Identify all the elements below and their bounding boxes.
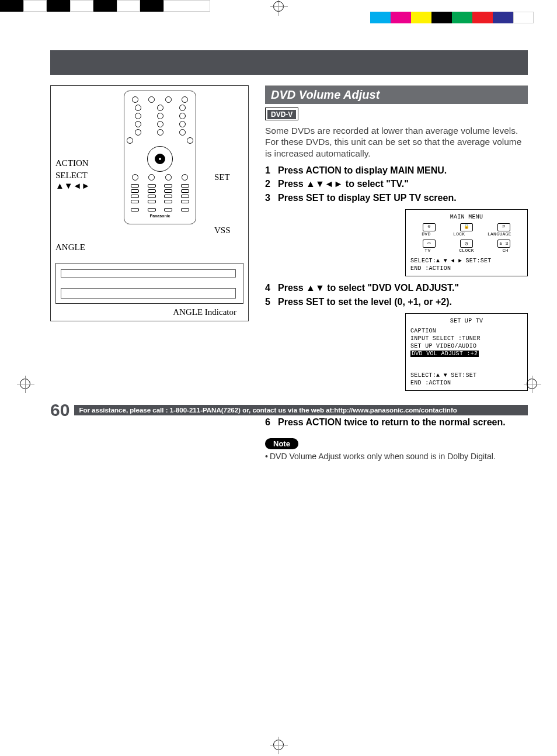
note-text: • DVD Volume Adjust works only when soun… [265, 452, 528, 461]
nav-ring-icon [147, 146, 173, 172]
note-badge: Note [265, 438, 298, 449]
manual-page: ACTION SELECT ▲▼◄► ANGLE [0, 14, 557, 473]
osd-set-up-tv: SET UP TV CAPTION INPUT SELECT :TUNER SE… [405, 313, 528, 391]
clock-icon: ◷ [460, 240, 473, 248]
color-bar-left [0, 0, 222, 12]
step-2: 2Press ▲▼◄► to select "TV." [265, 178, 528, 189]
registration-row [0, 0, 557, 14]
label-angle: ANGLE [55, 242, 106, 252]
dvd-v-badge: DVD-V [267, 110, 296, 119]
label-set: SET [214, 172, 243, 182]
step-5: 5Press SET to set the level (0, +1, or +… [265, 296, 528, 307]
unit-outline [55, 263, 243, 304]
footer-assistance: For assistance, please call : 1-800-211-… [74, 405, 528, 415]
label-vss: VSS [214, 226, 243, 235]
osd-foot: END :ACTION [410, 379, 523, 387]
tv-icon: ▭ [423, 240, 436, 248]
brand-label: Panasonic [127, 214, 193, 218]
step-3: 3Press SET to display SET UP TV screen. [265, 192, 528, 203]
step-4: 4Press ▲▼ to select "DVD VOL ADJUST." [265, 282, 528, 293]
dvd-v-box: DVD-V [265, 107, 298, 120]
label-action: ACTION [55, 158, 106, 168]
remote-outline: Panasonic [124, 91, 196, 224]
label-arrows: ▲▼◄► [55, 181, 90, 190]
label-select: SELECT [55, 171, 88, 180]
intro-text: Some DVDs are recorded at lower than ave… [265, 125, 528, 159]
ch-icon: 5 3 [497, 240, 510, 248]
page-number: 60 [50, 400, 69, 420]
label-angle-indicator: ANGLE Indicator [55, 307, 243, 317]
disc-icon: ⊙ [423, 223, 436, 231]
lock-icon: 🔒 [460, 223, 473, 231]
page-footer: 60 For assistance, please call : 1-800-2… [50, 400, 528, 420]
page-banner [50, 50, 528, 75]
registration-mark-icon [273, 1, 284, 12]
section-heading: DVD Volume Adjust [265, 85, 528, 104]
osd-foot: SELECT:▲ ▼ SET:SET [410, 372, 523, 379]
osd-title: SET UP TV [410, 317, 523, 325]
osd-selected-item: DVD VOL ADJUST :+2 [410, 351, 479, 357]
globe-icon: ⇄ [497, 223, 510, 231]
osd-title: MAIN MENU [410, 213, 523, 221]
osd-main-menu: MAIN MENU ⊙ 🔒 ⇄ DVD LOCK LANGUAGE ▭ ◷ 5 … [405, 209, 528, 277]
osd-foot: SELECT:▲ ▼ ◄ ► SET:SET [410, 257, 523, 265]
osd-foot: END :ACTION [410, 265, 523, 272]
step-1: 1Press ACTION to display MAIN MENU. [265, 165, 528, 176]
